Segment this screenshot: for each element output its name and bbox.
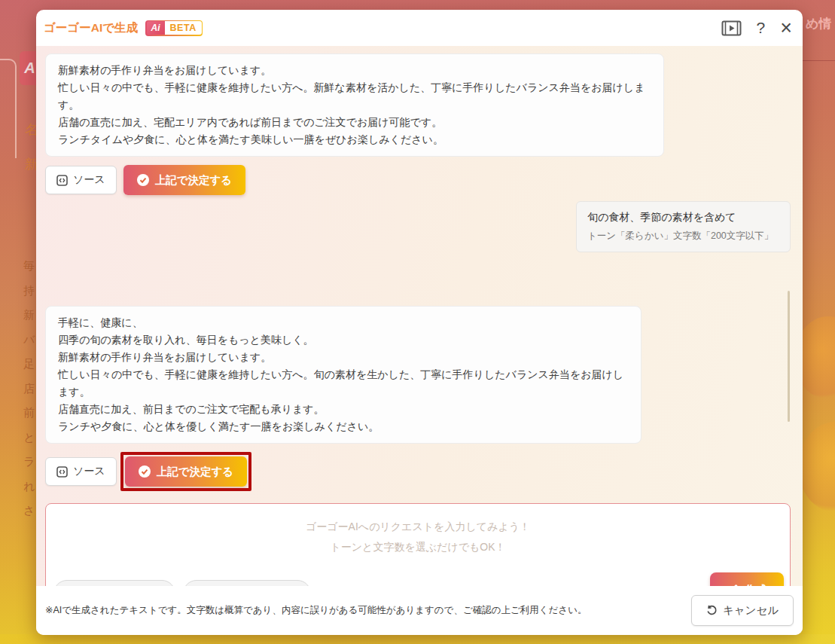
help-icon[interactable]: ? xyxy=(757,19,766,37)
tutorial-video-icon[interactable] xyxy=(721,20,742,36)
chat-area: 新鮮素材の手作り弁当をお届けしています。 忙しい日々の中でも、手軽に健康を維持し… xyxy=(36,46,803,586)
background-divider xyxy=(803,60,835,61)
bg-char: 足 xyxy=(23,357,35,371)
user-request-meta: トーン「柔らかい」文字数「200文字以下」 xyxy=(587,230,779,243)
ai-message-text: 手軽に、健康に、 xyxy=(58,314,629,331)
source-button[interactable]: ソース xyxy=(45,457,117,486)
background-fruit-image xyxy=(798,422,835,512)
apply-above-label: 上記で決定する xyxy=(155,173,233,188)
ai-message-text: ランチや夕食に、心と体を優しく満たす一膳をお楽しみください。 xyxy=(58,418,629,435)
close-icon[interactable]: × xyxy=(780,20,792,35)
bg-char: 持 xyxy=(23,284,35,298)
cancel-label: キャンセル xyxy=(723,603,779,618)
apply-above-button[interactable]: 上記で決定する xyxy=(123,165,246,195)
beta-label: BETA xyxy=(165,21,202,35)
message-1-actions: ソース 上記で決定する xyxy=(45,165,245,195)
apply-above-label: 上記で決定する xyxy=(157,465,234,479)
code-icon xyxy=(56,175,68,186)
tone-select[interactable]: 柔らかい xyxy=(53,580,175,586)
apply-above-button-highlighted[interactable]: 上記で決定する xyxy=(125,456,248,487)
user-request-text: 旬の食材、季節の素材を含めて xyxy=(587,211,779,224)
dialog-title: ゴーゴーAIで生成 xyxy=(44,20,138,36)
prompt-input[interactable]: ゴーゴーAIへのリクエストを入力してみよう！ トーンと文字数を選ぶだけでもOK！… xyxy=(45,503,791,586)
bg-char: ラ xyxy=(23,455,35,469)
background-clipped-text-column: 毎 持 新 バ 足 店 前 と ラ れ さ xyxy=(23,259,35,518)
dialog-title-group: ゴーゴーAIで生成 Ai BETA xyxy=(44,20,203,36)
ai-message-2: 手軽に、健康に、 四季の旬の素材を取り入れ、毎日をもっと美味しく。 新鮮素材の手… xyxy=(45,306,641,444)
code-icon xyxy=(56,466,68,478)
ai-message-text: 店舗の直売に加え、宅配エリア内であれば前日までのご注文でお届け可能です。 xyxy=(58,114,651,131)
header-icon-group: ? × xyxy=(721,19,792,37)
source-button[interactable]: ソース xyxy=(45,166,117,194)
bg-char: 新 xyxy=(23,308,35,322)
ai-message-text: 新鮮素材の手作り弁当をお届けしています。 xyxy=(58,62,651,79)
bg-char: 店 xyxy=(23,382,35,396)
cancel-button[interactable]: キャンセル xyxy=(691,595,794,626)
ai-message-text: 四季の旬の素材を取り入れ、毎日をもっと美味しく。 xyxy=(58,331,629,349)
prompt-placeholder-line2: トーンと文字数を選ぶだけでもOK！ xyxy=(46,537,790,557)
ai-message-text: 忙しい日々の中でも、手軽に健康を維持したい方へ。旬の素材を生かした、丁寧に手作り… xyxy=(58,366,629,401)
bg-char: 前 xyxy=(23,406,35,420)
check-circle-icon xyxy=(137,174,149,186)
create-button[interactable]: 作成 xyxy=(710,572,784,586)
source-label: ソース xyxy=(73,173,105,187)
ai-message-text: 新鮮素材の手作り弁当をお届けしています。 xyxy=(58,349,629,366)
ai-message-text: 忙しい日々の中でも、手軽に健康を維持したい方へ。新鮮な素材を活かした、丁寧に手作… xyxy=(58,79,651,114)
bg-char: さ xyxy=(23,504,35,518)
bg-char: れ xyxy=(23,480,35,494)
bg-char: バ xyxy=(23,333,35,347)
background-card-corner xyxy=(0,59,17,158)
ai-message-1: 新鮮素材の手作り弁当をお届けしています。 忙しい日々の中でも、手軽に健康を維持し… xyxy=(45,53,664,157)
user-request-message: 旬の食材、季節の素材を含めて トーン「柔らかい」文字数「200文字以下」 xyxy=(576,201,791,252)
ai-badge-icon: Ai xyxy=(147,21,165,35)
bg-char: 毎 xyxy=(23,259,35,273)
ai-disclaimer-text: ※AIで生成されたテキストです。文字数は概算であり、内容に誤りがある可能性があり… xyxy=(45,604,587,617)
length-select[interactable]: 200文字以下 xyxy=(183,580,311,586)
ai-message-text: ランチタイムや夕食に、心と体を満たす美味しい一膳をぜひお楽しみください。 xyxy=(58,131,651,148)
background-bottom-strip xyxy=(0,634,835,644)
ai-generate-dialog: ゴーゴーAIで生成 Ai BETA ? × 新鮮素材の手作り弁当をお届けしていま… xyxy=(36,10,803,635)
beta-badge: Ai BETA xyxy=(145,20,203,36)
composer-controls: 柔らかい 200文字以下 xyxy=(53,572,784,586)
chat-scrollbar-thumb[interactable] xyxy=(788,291,790,422)
check-circle-icon xyxy=(139,465,151,478)
click-highlight-annotation: 上記で決定する xyxy=(120,452,252,491)
message-2-actions: ソース 上記で決定する xyxy=(45,452,251,491)
background-clipped-text: め情 xyxy=(806,15,831,32)
dialog-header: ゴーゴーAIで生成 Ai BETA ? × xyxy=(36,10,803,46)
prompt-placeholder-line1: ゴーゴーAIへのリクエストを入力してみよう！ xyxy=(46,517,790,537)
bg-char: と xyxy=(23,431,35,445)
source-label: ソース xyxy=(73,465,105,478)
dialog-footer: ※AIで生成されたテキストです。文字数は概算であり、内容に誤りがある可能性があり… xyxy=(36,586,803,635)
undo-icon xyxy=(706,605,718,616)
ai-message-text: 店舗直売に加え、前日までのご注文で宅配も承ります。 xyxy=(58,401,629,418)
prompt-placeholder: ゴーゴーAIへのリクエストを入力してみよう！ トーンと文字数を選ぶだけでもOK！ xyxy=(46,517,790,557)
